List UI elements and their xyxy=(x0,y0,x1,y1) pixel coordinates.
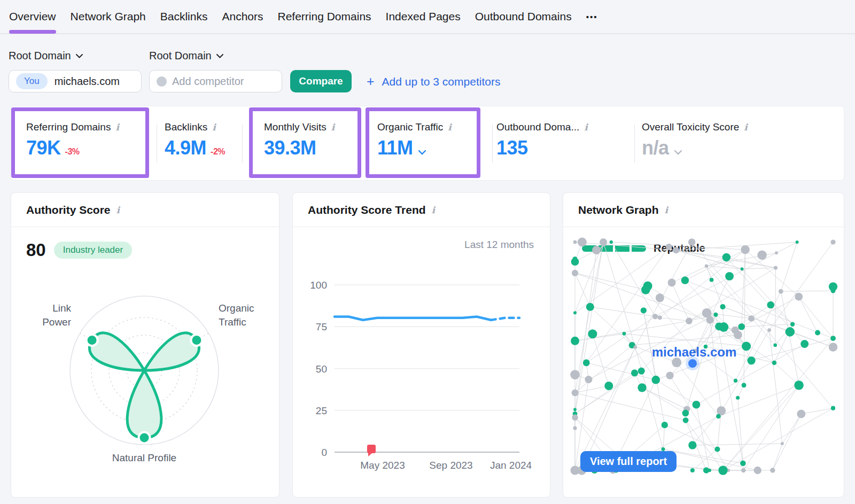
metric-value[interactable]: 11M xyxy=(377,137,413,159)
metric-overall-toxicity-score: Overall Toxicity Score n/a xyxy=(642,121,748,159)
metric-delta: -3% xyxy=(65,147,80,157)
panel-header: Authority Score xyxy=(11,193,279,227)
panel-title: Authority Score xyxy=(26,204,111,216)
metric-label: Monthly Visits xyxy=(264,121,327,133)
panel-header: Authority Score Trend xyxy=(293,193,550,227)
analyzed-domain-field[interactable]: You michaels.com xyxy=(9,70,142,92)
metric-label: Outbound Doma... xyxy=(496,121,579,133)
you-badge: You xyxy=(16,73,48,89)
tab-backlinks[interactable]: Backlinks xyxy=(160,10,208,23)
metric-value[interactable]: n/a xyxy=(642,137,669,159)
svg-text:Traffic: Traffic xyxy=(219,316,246,328)
metric-referring-domains: Referring Domains 79K -3% xyxy=(26,121,119,159)
metric-backlinks: Backlinks 4.9M -2% xyxy=(165,121,225,159)
tab-referring-domains[interactable]: Referring Domains xyxy=(278,10,371,23)
competitor-scope-dropdown[interactable]: Root Domain xyxy=(149,50,223,62)
divider xyxy=(242,125,243,163)
svg-text:Natural Profile: Natural Profile xyxy=(112,452,176,463)
panel-header: Network Graph xyxy=(563,193,844,227)
info-icon[interactable] xyxy=(331,122,335,133)
industry-leader-badge: Industry leader xyxy=(54,242,132,259)
scope-label-text: Root Domain xyxy=(9,50,71,62)
metric-label: Overall Toxicity Score xyxy=(642,121,739,133)
add-competitors-label: Add up to 3 competitors xyxy=(382,75,501,88)
tab-anchors[interactable]: Anchors xyxy=(222,10,263,23)
chevron-down-icon[interactable] xyxy=(418,150,425,154)
network-graph-panel: Network Graph Reputable michaels.com Vie… xyxy=(563,192,844,498)
add-competitor-field[interactable] xyxy=(149,70,282,92)
add-competitors-link[interactable]: Add up to 3 competitors xyxy=(367,74,500,89)
backlink-network-graph[interactable]: michaels.com xyxy=(563,227,845,478)
authority-score-value: 80 xyxy=(26,240,46,260)
info-icon[interactable] xyxy=(115,122,119,133)
metric-value[interactable]: 79K xyxy=(26,137,61,159)
svg-text:0: 0 xyxy=(321,447,327,458)
info-icon[interactable] xyxy=(212,122,215,133)
tab-indexed-pages[interactable]: Indexed Pages xyxy=(386,10,461,23)
svg-text:75: 75 xyxy=(316,321,327,332)
tab-network-graph[interactable]: Network Graph xyxy=(71,10,146,23)
svg-text:Organic: Organic xyxy=(219,303,254,314)
compare-button[interactable]: Compare xyxy=(290,70,352,92)
metric-delta: -2% xyxy=(211,147,225,157)
info-icon[interactable] xyxy=(584,122,587,133)
tab-overview[interactable]: Overview xyxy=(9,10,56,23)
svg-text:Link: Link xyxy=(52,303,71,314)
metric-outbound-domains: Outbound Doma... 135 xyxy=(496,121,588,159)
chevron-down-icon xyxy=(76,54,83,58)
divider xyxy=(157,125,157,163)
favicon-placeholder-icon xyxy=(157,76,167,87)
authority-score-trend-chart: 0255075100May 2023Sep 2023Jan 2024 xyxy=(293,227,551,498)
view-full-report-button[interactable]: View full report xyxy=(580,451,677,472)
info-icon[interactable] xyxy=(744,122,747,133)
top-tab-bar: Overview Network Graph Backlinks Anchors… xyxy=(0,0,855,34)
metric-monthly-visits: Monthly Visits 39.3M xyxy=(264,121,335,159)
analyzed-domain-value: michaels.com xyxy=(55,75,120,88)
plus-icon xyxy=(367,74,375,89)
chevron-down-icon xyxy=(216,54,223,58)
metric-value[interactable]: 4.9M xyxy=(165,137,206,159)
metric-value[interactable]: 39.3M xyxy=(264,137,316,159)
tab-outbound-domains[interactable]: Outbound Domains xyxy=(475,10,572,23)
svg-text:Sep 2023: Sep 2023 xyxy=(429,460,472,471)
authority-score-radar-chart: LinkPowerOrganicTrafficNatural Profile xyxy=(11,273,280,487)
svg-text:25: 25 xyxy=(316,405,327,416)
scope-label-text: Root Domain xyxy=(149,50,212,62)
panel-title: Authority Score Trend xyxy=(308,204,426,216)
authority-score-trend-panel: Authority Score Trend Last 12 months 025… xyxy=(292,192,550,498)
add-competitor-input[interactable] xyxy=(172,75,274,88)
metric-label: Referring Domains xyxy=(26,121,111,133)
divider xyxy=(492,125,493,163)
metric-value[interactable]: 135 xyxy=(496,137,528,159)
info-icon[interactable] xyxy=(448,122,451,133)
svg-text:michaels.com: michaels.com xyxy=(652,345,737,359)
authority-score-panel: Authority Score 80 Industry leader LinkP… xyxy=(11,192,279,498)
svg-text:100: 100 xyxy=(310,280,327,291)
info-icon[interactable] xyxy=(432,205,435,215)
metric-label: Organic Traffic xyxy=(377,121,443,133)
root-domain-scope-dropdown[interactable]: Root Domain xyxy=(9,50,83,62)
info-icon[interactable] xyxy=(665,205,668,215)
info-icon[interactable] xyxy=(116,205,120,215)
more-tabs-ellipsis-icon[interactable] xyxy=(586,12,598,21)
divider xyxy=(634,125,635,163)
metric-organic-traffic: Organic Traffic 11M xyxy=(377,121,452,159)
svg-text:50: 50 xyxy=(316,363,327,375)
svg-text:Power: Power xyxy=(42,316,72,328)
metrics-summary-band: Referring Domains 79K -3% Backlinks 4.9M… xyxy=(11,106,844,181)
svg-text:May 2023: May 2023 xyxy=(360,460,405,471)
svg-text:Jan 2024: Jan 2024 xyxy=(490,460,532,471)
panel-title: Network Graph xyxy=(578,204,659,216)
metric-label: Backlinks xyxy=(165,121,207,133)
chevron-down-icon[interactable] xyxy=(674,150,681,154)
